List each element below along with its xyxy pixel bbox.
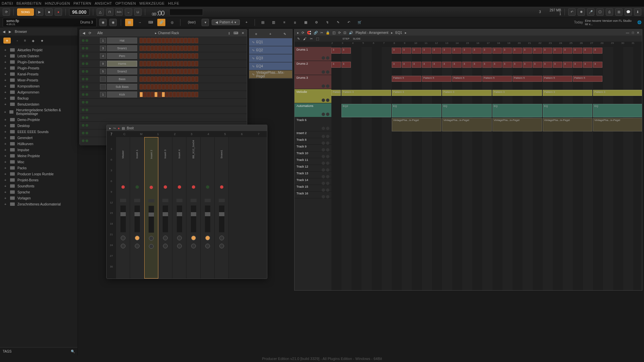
track-mute-button[interactable] xyxy=(322,175,325,178)
playlist-clip[interactable]: 3 xyxy=(341,48,351,54)
step-button[interactable] xyxy=(151,61,154,66)
live-button[interactable]: ◎ xyxy=(168,19,176,26)
playlist-clip[interactable]: Pattern 5 xyxy=(422,76,451,82)
playlist-clip[interactable]: VintagePha...ix-Pegel xyxy=(593,118,642,131)
step-button[interactable] xyxy=(195,53,198,59)
step-button[interactable] xyxy=(143,76,147,82)
menu-help[interactable]: HILFE xyxy=(168,1,179,5)
playlist-clip[interactable]: Pattern 5 xyxy=(482,76,512,82)
playlist-clip[interactable]: Pattern 3 xyxy=(341,90,391,96)
track-solo-button[interactable] xyxy=(326,99,329,102)
mixer-knob[interactable] xyxy=(191,236,196,240)
channel-rack-header[interactable]: ◀ ⟳ Alle ▸ Channel Rack ⫿ ⌨ ✕ xyxy=(80,29,247,37)
mixer-fader[interactable] xyxy=(205,205,210,232)
playlist-clip[interactable]: Pattern 5 xyxy=(543,76,572,82)
step-button[interactable] xyxy=(140,53,143,59)
mixer-send-led[interactable] xyxy=(164,185,167,189)
playlist-clip[interactable]: 3 xyxy=(472,62,482,68)
tempo-display[interactable]: 96.000 xyxy=(69,8,90,16)
playlist-clip[interactable]: 3 xyxy=(452,48,462,54)
browser-folder[interactable]: +Sprache xyxy=(0,189,77,195)
playlist-clip[interactable]: 3 xyxy=(422,48,431,54)
snap-button[interactable]: ▦ xyxy=(125,19,133,26)
step-button[interactable] xyxy=(169,53,172,59)
playlist-clip[interactable]: 3 xyxy=(523,48,532,54)
step-button[interactable] xyxy=(184,38,187,43)
playlist-grid[interactable]: 3333333333333333333333333333333333333333… xyxy=(331,47,642,290)
playlist-track-header[interactable]: Track 10 xyxy=(294,152,331,158)
export-button[interactable]: ⎙ xyxy=(606,8,613,16)
step-button[interactable] xyxy=(162,69,165,74)
expand-icon[interactable]: + xyxy=(3,84,7,88)
mixer-send-led[interactable] xyxy=(150,186,153,189)
mixer-fader[interactable] xyxy=(219,205,224,232)
browser-folder[interactable]: +Impulse xyxy=(0,147,77,153)
info-button[interactable]: ⓘ xyxy=(596,8,604,16)
channel-number[interactable] xyxy=(100,84,106,89)
record-button[interactable]: ● xyxy=(55,8,62,16)
playlist-track-header[interactable]: Insert 2 xyxy=(294,131,331,138)
playlist-clip[interactable]: VintagePha...ix-Pegel xyxy=(492,118,542,131)
channel-number[interactable]: 4 xyxy=(100,53,106,59)
pl-menu-icon[interactable]: ▸ xyxy=(297,31,299,35)
mx-view-icon[interactable]: ▤ xyxy=(122,126,125,130)
step-button[interactable] xyxy=(165,46,169,51)
step-button[interactable] xyxy=(184,84,187,89)
pl-tool-select[interactable]: ⬚ xyxy=(316,37,319,41)
step-button[interactable] xyxy=(158,46,161,51)
pl-reload-icon[interactable]: ⟳ xyxy=(338,31,341,35)
mx-link[interactable]: ⤳ xyxy=(113,126,116,130)
step-button[interactable] xyxy=(151,76,154,82)
step-button[interactable] xyxy=(162,38,165,43)
channel-mute[interactable] xyxy=(86,39,88,42)
channel-led[interactable] xyxy=(82,139,85,142)
step-button[interactable] xyxy=(151,84,154,89)
channel-name[interactable]: Hat xyxy=(107,38,137,44)
menu-pattern[interactable]: PATTERN xyxy=(73,1,91,5)
render-button[interactable]: 🎤 xyxy=(587,8,594,16)
playlist-clip[interactable]: 3 xyxy=(422,62,431,68)
step-button[interactable] xyxy=(147,76,150,82)
step-button[interactable] xyxy=(165,38,169,43)
step-button[interactable] xyxy=(154,76,158,82)
cr-kbd-icon[interactable]: ⌨ xyxy=(233,31,238,35)
step-button[interactable] xyxy=(176,69,180,74)
expand-icon[interactable]: + xyxy=(3,160,7,164)
track-solo-button[interactable] xyxy=(326,135,329,138)
step-button[interactable] xyxy=(173,61,176,66)
channel-mute[interactable] xyxy=(86,101,88,104)
browser-folder[interactable]: +Soundfonts xyxy=(0,183,77,189)
step-button[interactable] xyxy=(165,84,169,89)
step-button[interactable] xyxy=(165,61,169,66)
step-button[interactable] xyxy=(180,84,183,89)
step-button[interactable] xyxy=(180,46,183,51)
track-mute-button[interactable] xyxy=(322,182,325,185)
step-button[interactable] xyxy=(184,61,187,66)
step-button[interactable] xyxy=(169,76,172,82)
mixer-route-knob[interactable] xyxy=(219,244,224,248)
cr-back[interactable]: ◀ xyxy=(83,31,85,35)
channel-mute[interactable] xyxy=(86,116,88,119)
snap-label[interactable]: (leer) xyxy=(184,20,199,24)
channel-led[interactable] xyxy=(82,47,85,50)
step-button[interactable] xyxy=(151,38,154,43)
browser-folder[interactable]: +Mixer-Presets xyxy=(0,77,77,83)
mixer-knob[interactable] xyxy=(135,236,140,240)
channel-led[interactable] xyxy=(82,85,85,88)
channel-led[interactable] xyxy=(82,109,85,111)
mixer-send-led[interactable] xyxy=(206,185,209,189)
browser-icon-4[interactable]: ★ xyxy=(41,39,44,43)
fader-cap[interactable] xyxy=(120,212,126,216)
playlist-track-header[interactable]: Track 15 xyxy=(294,185,331,192)
playlist-clip[interactable]: 3 xyxy=(502,62,512,68)
channel-mute[interactable] xyxy=(86,109,88,111)
step-button[interactable] xyxy=(165,76,169,82)
mx-rec[interactable]: ● xyxy=(118,126,120,130)
view-playlist[interactable]: ▤ xyxy=(259,19,267,26)
playlist-clip[interactable]: 3 xyxy=(513,48,522,54)
view-browser[interactable]: ▦ xyxy=(302,19,310,26)
channel-name[interactable]: Horns xyxy=(107,61,137,67)
browser-icon-1[interactable]: ▫ xyxy=(17,39,18,43)
playlist-clip[interactable]: 3 xyxy=(563,62,572,68)
play-button[interactable]: ▶ xyxy=(36,8,43,16)
